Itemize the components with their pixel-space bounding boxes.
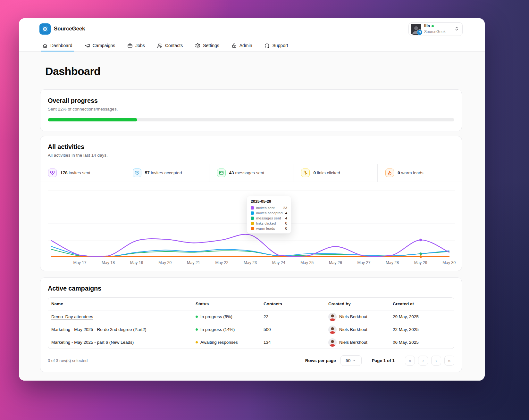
headset-icon [264,43,270,48]
contacts-count: 22 [260,314,325,319]
col-header-created-at: Created at [390,301,454,306]
stat-label: 0 warm leads [398,170,423,175]
nav-label: Contacts [165,43,183,48]
users-icon [157,43,163,48]
chevron-down-icon [352,358,356,362]
gear-icon [195,43,200,48]
creator-avatar [328,325,337,334]
active-campaigns-card: Active campaigns Name Status Contacts Cr… [40,277,462,372]
stat-messages-sent[interactable]: 43 messages sent [209,164,293,182]
nav-item-jobs[interactable]: Jobs [126,40,147,51]
page-body: Dashboard Overall progress Sent 22% of c… [19,52,485,381]
series-swatch [251,206,254,210]
megaphone-icon [85,43,90,48]
svg-text:May 25: May 25 [300,260,314,265]
table-footer: 0 of 3 row(s) selected Rows per page 50 … [48,355,454,366]
campaign-link[interactable]: Marketing - May 2025 - part 6 (New Leads… [51,340,134,345]
briefcase-icon [127,43,133,48]
tooltip-row: invites sent 23 [251,206,287,210]
tooltip-row: messages sent 4 [251,216,287,220]
svg-text:May 19: May 19 [130,260,143,265]
series-swatch [251,222,254,225]
col-header-name: Name [48,301,192,306]
nav-item-support[interactable]: Support [263,40,290,51]
status-dot [196,328,198,331]
col-header-status: Status [192,301,260,306]
svg-text:May 18: May 18 [102,260,115,265]
nav-label: Support [272,43,288,48]
nav-label: Jobs [135,43,145,48]
desktop-background: SourceGeek [0,0,529,420]
status-text: In progress (5%) [200,314,232,319]
heart-handshake-icon [48,169,57,177]
series-swatch [251,211,254,215]
tooltip-date: 2025-05-29 [251,199,287,204]
main-nav: Dashboard Campaigns Jobs [41,40,290,51]
creator-name: Niels Berkhout [339,327,367,332]
svg-text:May 23: May 23 [244,260,257,265]
series-swatch [251,217,254,220]
first-page-button[interactable]: « [405,356,415,366]
campaigns-table: Name Status Contacts Created by Created … [48,297,454,349]
rows-per-page-label: Rows per page [305,358,336,363]
home-icon [42,43,48,48]
presence-dot [432,25,434,27]
svg-text:May 29: May 29 [414,260,427,265]
status-text: In progress (14%) [200,327,235,332]
all-activities-subtitle: All activities in the last 14 days. [48,153,454,158]
overall-progress-title: Overall progress [48,97,454,104]
created-at: 29 May, 2025 [390,314,454,319]
table-header-row: Name Status Contacts Created by Created … [48,298,454,310]
table-row[interactable]: Marketing - May 2025 - Re-do 2nd degree … [48,323,454,336]
activity-stats-row: 178 invites sent 57 invites accepted [40,164,462,182]
rows-per-page-select[interactable]: 50 [340,355,362,366]
last-page-button[interactable]: » [444,356,454,366]
nav-item-campaigns[interactable]: Campaigns [83,40,117,51]
stat-warm-leads[interactable]: 0 warm leads [377,164,462,182]
svg-text:May 21: May 21 [187,260,200,265]
stat-invites-sent[interactable]: 178 invites sent [40,164,125,182]
campaign-link[interactable]: Marketing - May 2025 - Re-do 2nd degree … [51,327,146,332]
chart-tooltip: 2025-05-29 invites sent 23 invites accep… [247,196,291,234]
tooltip-row: links clicked 0 [251,221,287,225]
stat-links-clicked[interactable]: 0 links clicked [293,164,377,182]
rows-per-page-value: 50 [346,358,350,363]
creator-name: Niels Berkhout [339,314,367,319]
nav-item-contacts[interactable]: Contacts [155,40,184,51]
page-title: Dashboard [45,65,100,78]
nav-label: Settings [203,43,219,48]
created-at: 06 May, 2025 [390,340,454,345]
all-activities-card: All activities All activities in the las… [40,136,462,271]
contacts-count: 134 [260,340,325,345]
chevrons-up-down-icon [454,26,459,32]
nav-item-admin[interactable]: Admin [230,40,254,51]
flame-icon [385,169,394,177]
series-swatch [251,227,254,230]
creator-avatar [328,338,337,347]
campaign-link[interactable]: Demo_Day attendees [51,314,93,319]
workspace-badge-icon [417,29,423,35]
next-page-button[interactable]: › [431,356,441,366]
stat-label: 0 links clicked [313,170,340,175]
prev-page-button[interactable]: ‹ [418,356,428,366]
col-header-contacts: Contacts [260,301,325,306]
nav-label: Admin [239,43,252,48]
stat-label: 57 invites accepted [145,170,182,175]
account-switcher[interactable]: Ilia SourceGeek [408,22,463,36]
active-campaigns-title: Active campaigns [48,285,454,292]
stat-invites-accepted[interactable]: 57 invites accepted [125,164,209,182]
overall-progress-card: Overall progress Sent 22% of connections… [40,89,462,131]
app-window: SourceGeek [19,18,485,381]
nav-label: Campaigns [93,43,115,48]
table-row[interactable]: Demo_Day attendees In progress (5%) 22 N… [48,310,454,323]
creator-avatar [328,313,337,321]
user-name: Ilia [424,24,430,29]
svg-text:May 17: May 17 [73,260,87,265]
nav-item-settings[interactable]: Settings [193,40,221,51]
nav-item-dashboard[interactable]: Dashboard [41,40,74,51]
status-dot [196,341,198,343]
table-row[interactable]: Marketing - May 2025 - part 6 (New Leads… [48,336,454,349]
brand[interactable]: SourceGeek [39,23,85,35]
stat-label: 178 invites sent [60,170,90,175]
svg-text:May 22: May 22 [215,260,229,265]
